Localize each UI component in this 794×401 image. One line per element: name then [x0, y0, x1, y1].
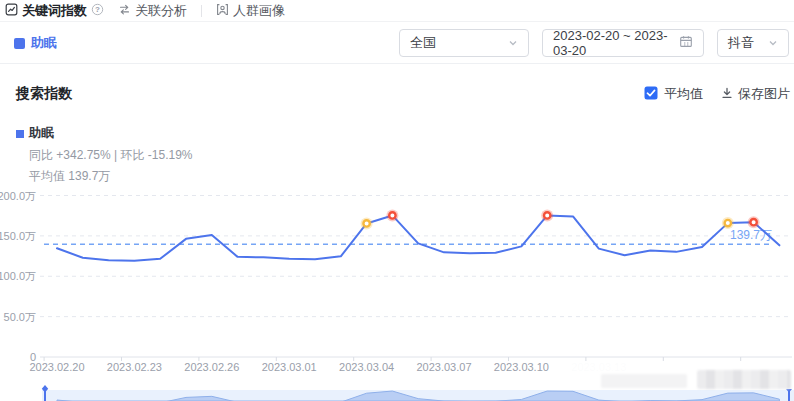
tab-audience-portrait[interactable]: 人群画像 — [216, 2, 285, 20]
y-tick-label: 50.0万 — [4, 311, 36, 323]
tab-related-analysis-label: 关联分析 — [135, 2, 187, 20]
save-image-button[interactable]: 保存图片 — [721, 85, 790, 103]
warm-point-marker[interactable] — [725, 220, 731, 226]
filter-right-controls: 全国 2023-02-20 ~ 2023-03-20 抖音 — [399, 29, 789, 57]
section-title: 搜索指数 — [16, 85, 72, 103]
x-tick-label: 2023.03.04 — [339, 361, 394, 373]
tab-keyword-index[interactable]: 关键词指数 ? — [5, 2, 104, 20]
filter-controls-row: 助眠 全国 2023-02-20 ~ 2023-03-20 抖音 — [0, 29, 794, 57]
relation-icon — [118, 3, 131, 19]
tab-separator — [201, 5, 202, 17]
y-tick-label: 200.0万 — [0, 190, 36, 202]
checkbox-check-icon — [644, 86, 658, 103]
y-tick-label: 100.0万 — [0, 270, 36, 282]
average-checkbox-label: 平均值 — [664, 85, 703, 103]
trend-line — [57, 215, 779, 260]
warm-point-marker[interactable] — [363, 220, 369, 226]
average-checkbox[interactable]: 平均值 — [644, 85, 703, 103]
tab-keyword-index-label: 关键词指数 — [22, 2, 87, 20]
section-divider — [0, 63, 794, 64]
x-tick-label: 2023.03.10 — [494, 361, 549, 373]
keyword-chip[interactable]: 助眠 — [14, 34, 57, 52]
redaction-overlay-gray — [601, 374, 687, 388]
region-select-value: 全国 — [410, 34, 436, 52]
help-icon[interactable]: ? — [91, 3, 104, 19]
x-tick-label: 2023.02.26 — [184, 361, 239, 373]
legend-compare-stats: 同比 +342.75% | 环比 -15.19% — [29, 148, 794, 163]
average-line-label: 139.7万 — [730, 228, 772, 242]
x-tick-label: 2023.03.01 — [262, 361, 317, 373]
keyword-color-swatch — [14, 38, 25, 49]
hot-point-marker[interactable] — [389, 212, 395, 218]
series-legend: 助眠 同比 +342.75% | 环比 -15.19% 平均值 139.7万 — [16, 125, 794, 184]
top-tab-bar: 关键词指数 ? 关联分析 人群画像 — [0, 0, 794, 22]
chevron-down-icon — [508, 36, 518, 51]
portrait-icon — [216, 3, 229, 19]
x-tick-label: 2023.03.07 — [416, 361, 471, 373]
legend-average-value: 平均值 139.7万 — [29, 169, 794, 184]
date-range-picker[interactable]: 2023-02-20 ~ 2023-03-20 — [542, 29, 704, 57]
keyword-index-page: 关键词指数 ? 关联分析 人群画像 助眠 全国 — [0, 0, 794, 401]
keyword-chip-label: 助眠 — [31, 34, 57, 52]
keyword-index-icon — [5, 3, 18, 19]
legend-series-name: 助眠 — [29, 125, 54, 142]
calendar-icon — [679, 35, 693, 51]
x-tick-label: 2023.02.20 — [29, 361, 84, 373]
download-icon — [721, 87, 733, 102]
hot-point-marker[interactable] — [544, 212, 550, 218]
legend-color-swatch — [16, 130, 24, 138]
chevron-down-icon — [768, 36, 778, 51]
platform-select-value: 抖音 — [728, 34, 754, 52]
search-index-header: 搜索指数 平均值 保存图片 — [0, 85, 794, 103]
region-select[interactable]: 全国 — [399, 29, 529, 57]
date-range-value: 2023-02-20 ~ 2023-03-20 — [553, 28, 671, 58]
hot-point-marker[interactable] — [750, 219, 756, 225]
tab-audience-portrait-label: 人群画像 — [233, 2, 285, 20]
legend-series[interactable]: 助眠 — [16, 125, 794, 142]
x-tick-label: 2023.02.23 — [107, 361, 162, 373]
svg-text:?: ? — [95, 5, 100, 14]
y-tick-label: 150.0万 — [0, 230, 36, 242]
tab-related-analysis[interactable]: 关联分析 — [118, 2, 187, 20]
redaction-overlay-mottled — [697, 370, 791, 389]
section-actions: 平均值 保存图片 — [644, 85, 790, 103]
platform-select[interactable]: 抖音 — [717, 29, 789, 57]
save-image-label: 保存图片 — [738, 85, 790, 103]
